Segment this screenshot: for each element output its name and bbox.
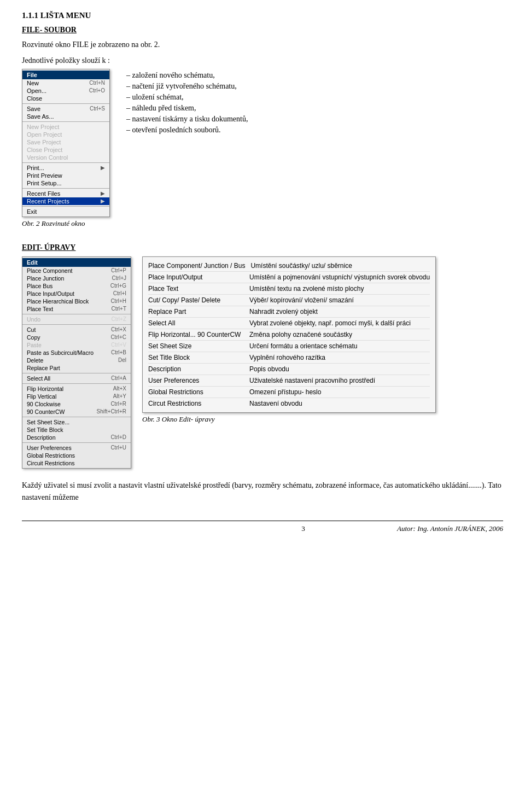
edit-90-clockwise[interactable]: 90 Clockwise Ctrl+R (22, 400, 131, 408)
edit-global-restrictions-label: Global Restrictions (27, 452, 75, 459)
edit-copy[interactable]: Copy Ctrl+C (22, 334, 131, 341)
file-menu-open[interactable]: Open... Ctrl+O (22, 87, 109, 95)
desc-label-4: Replace Part (148, 308, 244, 316)
file-menu-recent-files[interactable]: Recent Files ▶ (22, 190, 109, 197)
page-number: 3 (209, 524, 397, 533)
file-sep-3 (22, 162, 109, 163)
file-menu-exit-label: Exit (27, 208, 37, 215)
file-menu-print-setup[interactable]: Print Setup... (22, 179, 109, 187)
desc-label-7: Set Sheet Size (148, 342, 244, 350)
file-menu-exit[interactable]: Exit (22, 208, 109, 215)
desc-value-4: Nahradit zvolený objekt (249, 308, 430, 316)
file-sep-5 (22, 206, 109, 207)
edit-sep-3 (22, 373, 131, 373)
file-menu-new[interactable]: New Ctrl+N (22, 79, 109, 87)
desc-label-11: Global Restrictions (148, 388, 244, 396)
edit-flip-horizontal-label: Flip Horizontal (27, 385, 63, 392)
edit-place-junction[interactable]: Place Junction Ctrl+J (22, 274, 131, 282)
edit-place-text[interactable]: Place Text Ctrl+T (22, 305, 131, 313)
file-menu-print[interactable]: Print... ▶ (22, 164, 109, 172)
edit-description-label: Description (27, 434, 56, 441)
file-menu-recent-files-arrow: ▶ (101, 190, 105, 197)
file-menu-close[interactable]: Close (22, 95, 109, 102)
file-menu-recent-files-label: Recent Files (27, 190, 60, 197)
desc-value-8: Vyplnění rohového razítka (249, 354, 430, 361)
edit-cut[interactable]: Cut Ctrl+X (22, 326, 131, 334)
edit-flip-horizontal[interactable]: Flip Horizontal Alt+X (22, 385, 131, 393)
file-menu-save-label: Save (27, 106, 40, 112)
file-menu-new-project-label: New Project (27, 124, 59, 130)
desc-value-5: Vybrat zvolené objekty, např. pomocí myš… (249, 319, 430, 327)
file-menu-print-preview[interactable]: Print Preview (22, 172, 109, 179)
bullet-3: uložení schémat, (126, 92, 248, 103)
edit-undo[interactable]: Undo Ctrl+Z (22, 316, 131, 323)
edit-90-countercw[interactable]: 90 CounterCW Shift+Ctrl+R (22, 408, 131, 416)
edit-paste[interactable]: Paste Ctrl+V (22, 341, 131, 349)
file-content-area: Jednotlivé položky slouží k : File New C… (22, 55, 503, 233)
edit-place-inputoutput[interactable]: Place Input/Output Ctrl+I (22, 290, 131, 297)
edit-place-component-sc: Ctrl+P (111, 267, 126, 274)
edit-replace-part[interactable]: Replace Part (22, 364, 131, 372)
desc-label-8: Set Title Block (148, 354, 244, 361)
edit-circuit-restrictions[interactable]: Circuit Restrictions (22, 459, 131, 467)
file-menu-save-project[interactable]: Save Project (22, 138, 109, 146)
file-sep-2 (22, 121, 109, 122)
file-menu-version-control[interactable]: Version Control (22, 154, 109, 161)
edit-place-junction-label: Place Junction (27, 275, 64, 282)
edit-user-preferences[interactable]: User Preferences Ctrl+U (22, 444, 131, 452)
edit-delete-sc: Del (118, 357, 126, 364)
edit-content-area: Edit Place Component Ctrl+P Place Juncti… (22, 256, 503, 469)
edit-place-hierblock[interactable]: Place Hierarchical Block Ctrl+H (22, 297, 131, 305)
edit-select-all[interactable]: Select All Ctrl+A (22, 375, 131, 382)
desc-label-10: User Preferences (148, 377, 244, 384)
file-menu-open-shortcut: Ctrl+O (89, 87, 105, 94)
file-menu-save[interactable]: Save Ctrl+S (22, 105, 109, 113)
file-menu-recent-projects-arrow: ▶ (101, 198, 105, 205)
edit-place-bus[interactable]: Place Bus Ctrl+G (22, 282, 131, 290)
fig3-caption: Obr. 3 Okno Edit- úpravy (142, 415, 436, 424)
file-menu-recent-projects[interactable]: Recent Projects ▶ (22, 197, 109, 205)
edit-paste-subcircuit[interactable]: Paste as Subcircuit/Macro Ctrl+B (22, 349, 131, 357)
file-menu-saveas-label: Save As... (27, 113, 54, 120)
edit-description-panel: Place Component/ Junction / Bus Umístění… (142, 256, 436, 429)
bullet-6: otevření posledních souborů. (126, 125, 248, 136)
file-menu-new-project[interactable]: New Project (22, 123, 109, 131)
desc-value-3: Výběr/ kopírování/ vložení/ smazání (249, 296, 430, 304)
bullet-1: založení nového schématu, (126, 70, 248, 81)
edit-set-title-block-label: Set Title Block (27, 427, 63, 433)
edit-paste-label: Paste (27, 342, 42, 348)
edit-flip-vertical[interactable]: Flip Vertical Alt+Y (22, 393, 131, 400)
edit-desc-table: Place Component/ Junction / Bus Umístění… (142, 256, 436, 413)
desc-row-11: Global Restrictions Omezení přístupu- he… (148, 387, 430, 398)
file-sep-4 (22, 188, 109, 189)
edit-90-countercw-label: 90 CounterCW (27, 408, 65, 415)
edit-flip-horizontal-sc: Alt+X (113, 385, 126, 392)
edit-set-sheet-size[interactable]: Set Sheet Size... (22, 418, 131, 426)
desc-value-6: Změna polohy označené součástky (249, 331, 430, 338)
edit-place-bus-label: Place Bus (27, 283, 52, 289)
edit-delete[interactable]: Delete Del (22, 357, 131, 364)
edit-place-bus-sc: Ctrl+G (110, 283, 126, 289)
file-menu-open-project[interactable]: Open Project (22, 131, 109, 138)
file-menu-saveas[interactable]: Save As... (22, 113, 109, 120)
edit-90-countercw-sc: Shift+Ctrl+R (97, 408, 126, 415)
file-intro: Rozvinuté okno FILE je zobrazeno na obr.… (22, 39, 503, 50)
edit-place-hierblock-label: Place Hierarchical Block (27, 298, 89, 305)
edit-flip-vertical-sc: Alt+Y (113, 393, 126, 400)
edit-global-restrictions[interactable]: Global Restrictions (22, 452, 131, 459)
edit-90-clockwise-sc: Ctrl+R (110, 401, 126, 407)
edit-description[interactable]: Description Ctrl+D (22, 434, 131, 441)
bullet-4: náhledu před tiskem, (126, 103, 248, 114)
edit-section: EDIT- ÚPRAVY Edit Place Component Ctrl+P… (22, 243, 503, 469)
edit-place-junction-sc: Ctrl+J (112, 275, 126, 282)
edit-set-title-block[interactable]: Set Title Block (22, 426, 131, 434)
bottom-text: Každý uživatel si musí zvolit a nastavit… (22, 480, 503, 504)
edit-place-component[interactable]: Place Component Ctrl+P (22, 267, 131, 274)
desc-row-9: Description Popis obvodu (148, 364, 430, 375)
file-menu: File New Ctrl+N Open... Ctrl+O Close Sav… (22, 69, 110, 217)
desc-label-5: Select All (148, 319, 244, 327)
file-menu-close-project[interactable]: Close Project (22, 146, 109, 154)
edit-undo-sc: Ctrl+Z (112, 316, 127, 323)
edit-sep-5 (22, 417, 131, 417)
edit-replace-part-label: Replace Part (27, 365, 60, 371)
